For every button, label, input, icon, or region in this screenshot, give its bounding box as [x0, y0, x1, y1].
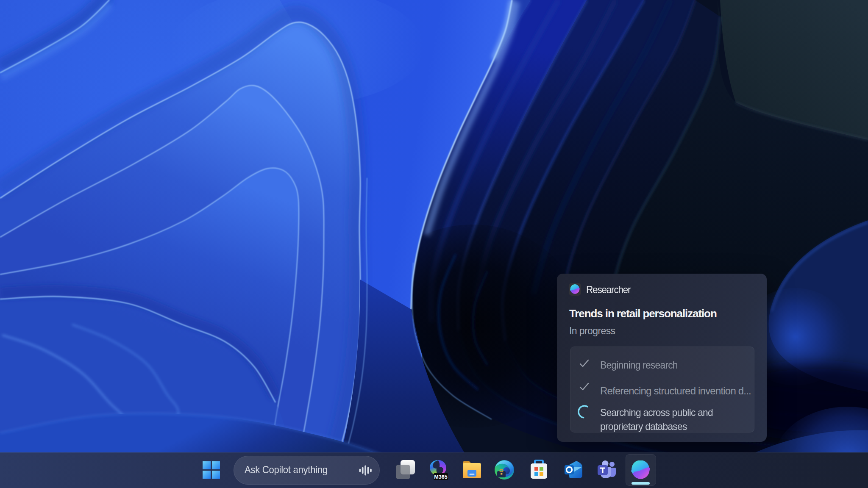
svg-text:M365: M365: [434, 474, 447, 480]
